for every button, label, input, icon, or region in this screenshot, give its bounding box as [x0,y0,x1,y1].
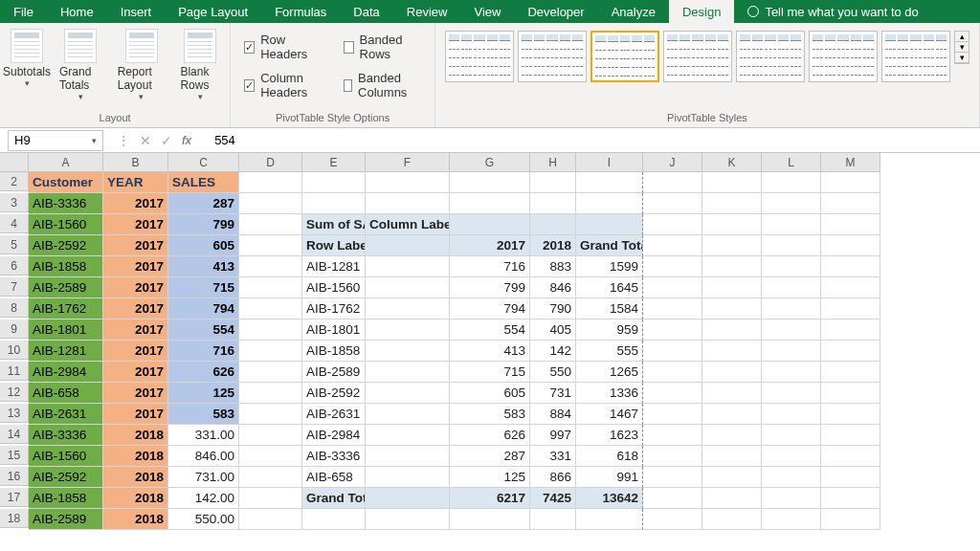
cell[interactable] [450,214,530,235]
cell[interactable] [762,446,821,467]
cancel-icon[interactable]: ✕ [140,133,151,148]
cell[interactable]: 991 [576,467,643,488]
cell[interactable] [239,320,302,341]
cell[interactable] [366,341,450,362]
name-box[interactable]: H9▾ [8,130,103,151]
cell[interactable]: 1467 [576,404,643,425]
cell[interactable] [702,362,762,383]
cell[interactable]: 6217 [450,488,530,509]
cell[interactable] [643,341,702,362]
cell[interactable]: 715 [168,277,239,298]
cell[interactable]: YEAR [103,172,168,193]
cell[interactable] [239,425,302,446]
row-header-2[interactable]: 2 [0,172,29,191]
cell[interactable] [239,193,302,214]
cell[interactable] [821,277,880,298]
cell[interactable]: 413 [168,256,239,277]
cell[interactable] [366,256,450,277]
grand-totals-button[interactable]: Grand Totals▾ [56,27,106,103]
tab-view[interactable]: View [460,0,514,23]
cell[interactable]: 2017 [103,298,168,320]
cell[interactable] [366,235,450,256]
cell[interactable] [702,467,762,488]
cell[interactable] [366,383,450,404]
cell[interactable] [762,172,821,193]
row-header-13[interactable]: 13 [0,404,29,423]
cell[interactable]: 883 [530,256,576,277]
column-headers-checkbox[interactable]: ✓Column Headers [244,71,321,99]
col-header-M[interactable]: M [821,153,880,172]
tab-formulas[interactable]: Formulas [261,0,340,23]
style-swatch[interactable] [881,31,950,82]
pivot-row-labels[interactable]: Row Labels ▾ [302,235,366,256]
cell[interactable]: AIB-2589 [29,277,103,298]
cell[interactable]: 405 [530,320,576,341]
cell[interactable]: 799 [450,277,530,298]
cell[interactable] [762,467,821,488]
cell[interactable]: 1599 [576,256,643,277]
cell[interactable]: 2017 [103,362,168,383]
cell[interactable]: 2018 [103,446,168,467]
col-header-I[interactable]: I [576,153,643,172]
cell[interactable] [762,341,821,362]
cell[interactable]: AIB-1560 [29,214,103,235]
cell[interactable]: AIB-658 [302,467,366,488]
tab-data[interactable]: Data [340,0,392,23]
cell[interactable]: 2017 [103,341,168,362]
cell[interactable] [762,383,821,404]
row-header-10[interactable]: 10 [0,341,29,360]
cell[interactable] [762,362,821,383]
cell[interactable] [821,320,880,341]
cell[interactable] [239,341,302,362]
cell[interactable]: AIB-658 [29,383,103,404]
cell[interactable]: 550 [530,362,576,383]
row-header-15[interactable]: 15 [0,446,29,465]
cell[interactable]: 731 [530,383,576,404]
cell[interactable] [576,214,643,235]
cell[interactable] [821,256,880,277]
select-all-corner[interactable] [0,153,29,172]
cell[interactable] [643,446,702,467]
pivot-grand-total-label[interactable]: Grand Total [302,488,366,509]
cell[interactable]: 287 [168,193,239,214]
cell[interactable]: AIB-2984 [302,425,366,446]
cell[interactable] [239,256,302,277]
cell[interactable] [643,320,702,341]
cell[interactable]: 2017 [103,193,168,214]
cell[interactable]: 2017 [103,404,168,425]
cell[interactable]: AIB-1762 [302,298,366,320]
cell[interactable] [821,214,880,235]
cell[interactable] [302,509,366,530]
cell[interactable] [821,172,880,193]
pivot-column-labels[interactable]: Column Labels ▾ [366,214,450,235]
cell[interactable] [576,193,643,214]
cell[interactable] [366,404,450,425]
cell[interactable] [762,256,821,277]
cell[interactable] [530,193,576,214]
row-header-6[interactable]: 6 [0,256,29,276]
cell[interactable] [821,362,880,383]
row-header-14[interactable]: 14 [0,425,29,444]
cell[interactable] [576,172,643,193]
style-swatch[interactable] [518,31,587,82]
row-header-11[interactable]: 11 [0,362,29,381]
cell[interactable]: 554 [168,320,239,341]
cell[interactable]: SALES [168,172,239,193]
cell[interactable]: 716 [168,341,239,362]
row-header-8[interactable]: 8 [0,298,29,318]
cell[interactable]: 142.00 [168,488,239,509]
cell[interactable]: 731.00 [168,467,239,488]
cell[interactable] [643,467,702,488]
tab-file[interactable]: File [0,0,47,23]
pivot-sum-label[interactable]: Sum of SALES [302,214,366,235]
cell[interactable]: 605 [168,235,239,256]
cell[interactable]: 799 [168,214,239,235]
cell[interactable]: 7425 [530,488,576,509]
cell[interactable] [450,193,530,214]
cell[interactable]: 555 [576,341,643,362]
col-header-B[interactable]: B [103,153,168,172]
col-header-G[interactable]: G [450,153,530,172]
cell[interactable] [762,509,821,530]
cell[interactable] [762,214,821,235]
cell[interactable] [702,320,762,341]
